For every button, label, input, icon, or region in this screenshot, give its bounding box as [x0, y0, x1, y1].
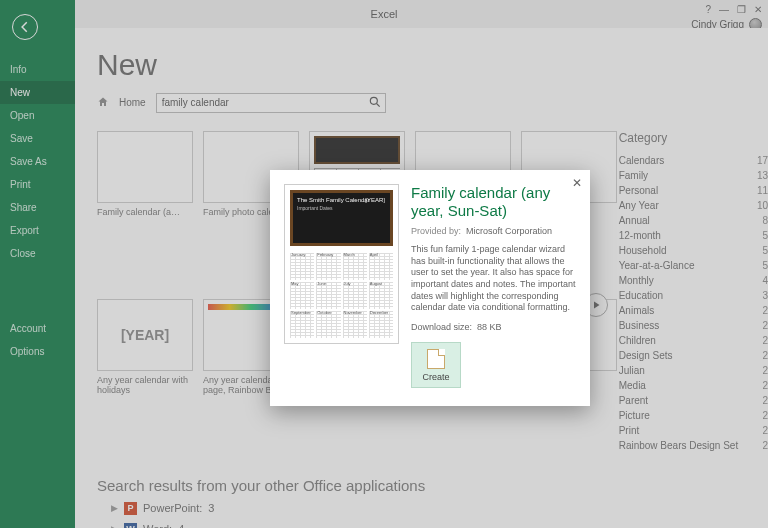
- template-description: This fun family 1-page calendar wizard h…: [411, 244, 576, 314]
- preview-month: [316, 311, 340, 338]
- app-root: Excel ? — ❐ ✕ Cindy Grigg Info New Open …: [0, 0, 768, 528]
- preview-title: The Smith Family Calendar: [297, 197, 370, 203]
- provided-by: Provided by: Microsoft Corporation: [411, 226, 576, 236]
- preview-month: [369, 253, 393, 280]
- new-document-icon: [427, 349, 445, 369]
- preview-month: [290, 311, 314, 338]
- template-detail-dialog: ✕ The Smith Family Calendar Important Da…: [270, 170, 590, 406]
- preview-subtitle: Important Dates: [297, 205, 333, 211]
- preview-year: [YEAR]: [365, 197, 385, 203]
- preview-month: [343, 311, 367, 338]
- preview-month: [316, 253, 340, 280]
- preview-month: [290, 282, 314, 309]
- close-dialog-button[interactable]: ✕: [572, 176, 582, 190]
- download-size: Download size: 88 KB: [411, 322, 576, 332]
- create-button[interactable]: Create: [411, 342, 461, 388]
- template-preview: The Smith Family Calendar Important Date…: [284, 184, 399, 344]
- preview-month: [290, 253, 314, 280]
- template-info: Family calendar (any year, Sun-Sat) Prov…: [411, 184, 576, 388]
- preview-month: [343, 253, 367, 280]
- preview-month: [343, 282, 367, 309]
- preview-month: [369, 311, 393, 338]
- preview-month: [316, 282, 340, 309]
- preview-month: [369, 282, 393, 309]
- template-title: Family calendar (any year, Sun-Sat): [411, 184, 576, 220]
